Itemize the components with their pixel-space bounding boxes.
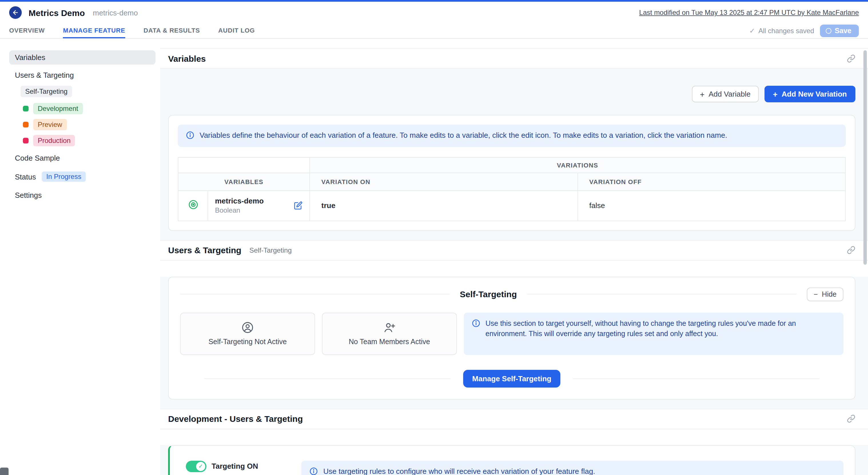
- variables-section-body: + Add Variable + Add New Variation Varia…: [160, 69, 868, 240]
- manage-self-targeting-button[interactable]: Manage Self-Targeting: [463, 370, 561, 387]
- production-label: Production: [33, 135, 75, 146]
- production-color-square: [23, 138, 29, 144]
- divider: [527, 294, 797, 295]
- self-targeting-card: Self-Targeting − Hide Self-Targeting Not…: [168, 277, 856, 400]
- divider: [180, 294, 450, 295]
- user-circle-icon: [241, 321, 254, 334]
- add-variable-button[interactable]: + Add Variable: [692, 86, 758, 102]
- bottom-left-widget[interactable]: [0, 468, 8, 475]
- table-row: metrics-demo Boolean true false: [178, 191, 845, 221]
- development-targeting-card: ✓ Targeting ON Use targeting rules to co…: [168, 445, 856, 475]
- development-section-header: Development - Users & Targeting: [160, 409, 868, 429]
- variable-type: Boolean: [215, 207, 264, 215]
- last-modified-text[interactable]: Last modified on Tue May 13 2025 at 2:47…: [639, 8, 859, 17]
- toggle-check-icon: ✓: [196, 462, 205, 471]
- development-link-icon[interactable]: [847, 415, 856, 423]
- info-icon: [310, 467, 318, 475]
- back-button[interactable]: [9, 6, 22, 19]
- users-targeting-section-header: Users & Targeting Self-Targeting: [160, 240, 868, 261]
- variables-info-banner: Variables define the behaviour of each v…: [178, 125, 846, 147]
- self-targeting-card-title: Self-Targeting: [460, 289, 517, 299]
- edit-icon: [294, 201, 303, 210]
- self-targeting-info-text: Use this section to target yourself, wit…: [486, 318, 835, 339]
- page-title: Metrics Demo: [29, 8, 85, 18]
- user-plus-icon: [383, 321, 396, 334]
- app-window: Metrics Demo metrics-demo Last modified …: [0, 0, 868, 475]
- development-info-text: Use targeting rules to configure who wil…: [323, 467, 595, 475]
- add-new-variation-button[interactable]: + Add New Variation: [764, 86, 856, 102]
- development-label: Development: [33, 103, 83, 114]
- sidebar-item-production[interactable]: Production: [23, 135, 156, 146]
- vertical-scrollbar[interactable]: [863, 50, 867, 265]
- sidebar-item-preview[interactable]: Preview: [23, 119, 156, 130]
- save-circle-icon: [826, 28, 831, 34]
- save-status-label: All changes saved: [758, 27, 814, 35]
- info-icon: [472, 319, 480, 327]
- preview-label: Preview: [33, 119, 67, 130]
- targeting-toggle-label: Targeting ON: [212, 462, 258, 471]
- variation-off-value: false: [578, 191, 845, 221]
- variables-section-header: Variables: [160, 48, 868, 69]
- self-targeting-info-banner: Use this section to target yourself, wit…: [464, 313, 843, 355]
- sidebar-item-code-sample[interactable]: Code Sample: [9, 151, 156, 165]
- development-section-body: ✓ Targeting ON Use targeting rules to co…: [160, 445, 868, 475]
- check-icon: ✓: [749, 27, 755, 35]
- variation-off-column-header: VARIATION OFF: [578, 173, 845, 191]
- development-section-title: Development - Users & Targeting: [168, 414, 303, 424]
- variable-name: metrics-demo: [215, 197, 264, 205]
- variables-link-icon[interactable]: [847, 54, 856, 63]
- tab-overview[interactable]: OVERVIEW: [9, 24, 45, 38]
- users-targeting-link-icon[interactable]: [847, 246, 856, 255]
- status-label: Status: [15, 172, 36, 181]
- team-members-status-label: No Team Members Active: [349, 338, 430, 346]
- development-color-square: [23, 106, 29, 112]
- tab-data-results[interactable]: DATA & RESULTS: [144, 24, 200, 38]
- tab-audit-log[interactable]: AUDIT LOG: [218, 24, 255, 38]
- app-header: Metrics Demo metrics-demo Last modified …: [0, 2, 868, 24]
- variables-info-text: Variables define the behaviour of each v…: [199, 130, 727, 141]
- plus-icon: +: [773, 90, 777, 98]
- self-targeting-status-box: Self-Targeting Not Active: [180, 313, 315, 355]
- variation-on-value: true: [310, 191, 578, 221]
- team-members-status-box: No Team Members Active: [322, 313, 457, 355]
- plus-icon: +: [700, 90, 705, 98]
- variables-section-title: Variables: [168, 54, 206, 63]
- users-targeting-section-subtitle: Self-Targeting: [249, 246, 291, 254]
- self-targeting-status-label: Self-Targeting Not Active: [209, 338, 287, 346]
- divider: [204, 378, 451, 379]
- users-targeting-section-title: Users & Targeting: [168, 246, 241, 255]
- feature-key: metrics-demo: [93, 8, 138, 17]
- divider: [573, 378, 819, 379]
- info-icon: [186, 131, 194, 139]
- arrow-left-icon: [12, 9, 19, 16]
- variation-on-column-header: VARIATION ON: [310, 173, 578, 191]
- sidebar-item-settings[interactable]: Settings: [9, 188, 156, 202]
- variations-group-header: VARIATIONS: [310, 157, 845, 173]
- tab-manage-feature[interactable]: MANAGE FEATURE: [63, 24, 125, 38]
- main-content: Variables + Add Variable + Add New Varia…: [160, 39, 868, 475]
- sidebar-item-variables[interactable]: Variables: [9, 50, 156, 65]
- edit-variable-button[interactable]: [294, 201, 303, 210]
- variables-column-header: VARIABLES: [178, 173, 310, 191]
- sidebar: Variables Users & Targeting Self-Targeti…: [0, 39, 160, 475]
- tab-bar: OVERVIEW MANAGE FEATURE DATA & RESULTS A…: [0, 24, 868, 39]
- sidebar-item-users-targeting[interactable]: Users & Targeting: [9, 68, 156, 82]
- targeting-toggle[interactable]: ✓: [186, 461, 207, 472]
- variables-card: Variables define the behaviour of each v…: [168, 115, 856, 231]
- status-badge: In Progress: [42, 171, 86, 182]
- variable-target-icon: [187, 199, 199, 210]
- save-button[interactable]: Save: [820, 25, 859, 37]
- minus-icon: −: [814, 290, 818, 298]
- preview-color-square: [23, 122, 29, 127]
- save-status: ✓ All changes saved: [749, 27, 814, 35]
- self-targeting-section-body: Self-Targeting − Hide Self-Targeting Not…: [160, 277, 868, 409]
- sidebar-item-self-targeting[interactable]: Self-Targeting: [21, 86, 72, 97]
- sidebar-item-development[interactable]: Development: [23, 103, 156, 114]
- variables-table: VARIATIONS VARIABLES VARIATION ON VARIAT…: [178, 157, 846, 221]
- hide-button[interactable]: − Hide: [807, 287, 843, 301]
- development-info-banner: Use targeting rules to configure who wil…: [302, 461, 843, 475]
- sidebar-item-status[interactable]: Status In Progress: [9, 169, 156, 185]
